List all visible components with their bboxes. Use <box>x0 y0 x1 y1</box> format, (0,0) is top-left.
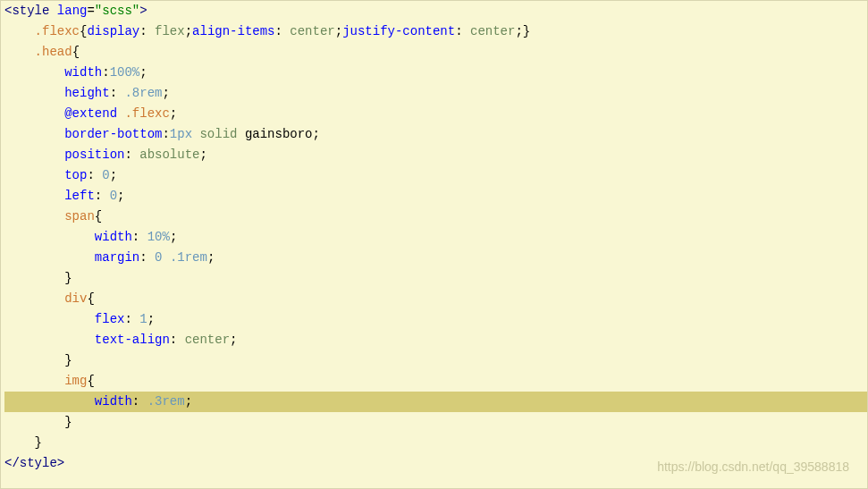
code-line[interactable]: position: absolute; <box>4 145 867 165</box>
code-line[interactable]: img{ <box>4 371 867 392</box>
code-line[interactable]: left: 0; <box>4 186 867 207</box>
code-line[interactable]: text-align: center; <box>4 330 867 350</box>
code-line[interactable]: border-bottom:1px solid gainsboro; <box>4 124 867 145</box>
code-line[interactable]: flex: 1; <box>4 309 867 330</box>
code-line[interactable]: span{ <box>4 207 867 227</box>
code-line[interactable]: } <box>4 268 867 289</box>
code-line[interactable]: .head{ <box>4 42 867 63</box>
code-line[interactable]: margin: 0 .1rem; <box>4 248 867 268</box>
code-line[interactable]: div{ <box>4 289 867 309</box>
code-line[interactable]: } <box>4 350 867 371</box>
code-line[interactable]: top: 0; <box>4 165 867 186</box>
watermark-text: https://blog.csdn.net/qq_39588818 <box>657 457 849 477</box>
code-line[interactable]: @extend .flexc; <box>4 104 867 124</box>
code-line[interactable]: } <box>4 412 867 433</box>
code-line[interactable]: width: .3rem; <box>4 392 867 412</box>
code-line[interactable]: width:100%; <box>4 63 867 83</box>
code-line[interactable]: <style lang="scss"> <box>4 1 867 21</box>
code-line[interactable]: .flexc{display: flex;align-items: center… <box>4 21 867 42</box>
code-line[interactable]: } <box>4 433 867 453</box>
code-line[interactable]: width: 10%; <box>4 227 867 248</box>
code-line[interactable]: height: .8rem; <box>4 83 867 104</box>
code-editor[interactable]: <style lang="scss"> .flexc{display: flex… <box>1 1 867 474</box>
